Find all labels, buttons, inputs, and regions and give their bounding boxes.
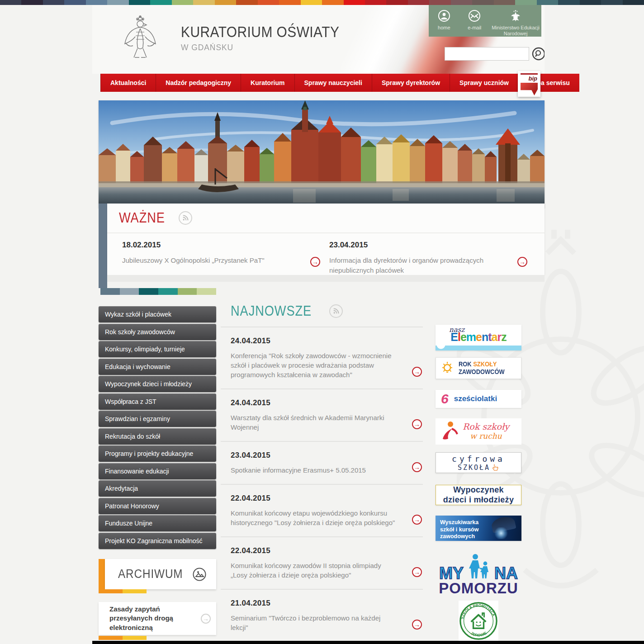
banner-wyszukiwarka-szkol[interactable]: Wyszukiwarka szkół i kursów zawodowych [436, 516, 521, 541]
search-input[interactable] [445, 47, 529, 61]
color-tile [150, 0, 171, 5]
sidebar-item[interactable]: Akredytacja [99, 480, 216, 497]
color-tile [215, 0, 236, 5]
archive-button[interactable]: ARCHIWUM [105, 559, 216, 589]
wypoczynek-line1: Wypoczynek [453, 485, 504, 495]
news-title-text: Seminarium "Twórczo i bezproblemowo na k… [231, 613, 399, 632]
banner-my-na-pomorzu[interactable]: MY NA POMORZU [436, 553, 521, 597]
sidebar-item[interactable]: Programy i projekty edukacyjne [99, 445, 216, 462]
banner-rok-szkoly-zawodowcow[interactable]: ROK SZKOŁY ZAWODOWCÓW [436, 357, 521, 379]
color-tile [236, 0, 257, 5]
color-tile [623, 0, 644, 5]
note-strip [99, 636, 147, 640]
nav-item[interactable]: Sprawy nauczycieli [294, 74, 372, 92]
szesciolatki-label: sześciolatki [454, 394, 497, 403]
pomorzu-word3: POMORZU [436, 581, 521, 597]
welding-spark [493, 527, 509, 539]
sidebar-item[interactable]: Konkursy, olimpiady, turnieje [99, 341, 216, 357]
search-area [445, 47, 545, 61]
sidebar-item[interactable]: Sprawdzian i egzaminy [99, 411, 216, 427]
nav-item[interactable]: Sprawy dyrektorów [372, 74, 450, 92]
banner-rok-szkoly-w-ruchu[interactable]: Rok szkoły w ruchu [436, 418, 521, 445]
pomorzu-word1: MY [439, 566, 464, 581]
sidebar-color-strip [100, 288, 216, 295]
nav-item[interactable]: Aktualności [100, 74, 156, 92]
open-arrow-icon[interactable]: → [412, 567, 422, 577]
ruchu-line1: Rok szkoły [463, 422, 509, 432]
wyszukiwarka-label: Wyszukiwarka szkół i kursów zawodowych [440, 519, 488, 540]
eagle-logo [121, 15, 159, 62]
open-arrow-icon[interactable]: → [412, 620, 422, 630]
news-item[interactable]: 24.04.2015 Konferencja "Rok szkoły zawod… [221, 327, 423, 388]
elementarz-word: Elementarz [436, 331, 521, 343]
partner-banners: nasz Elementarz ROK SZKOŁY ZAWODOWCÓW 6 … [436, 325, 521, 641]
color-tile [0, 0, 21, 5]
color-tile [64, 0, 85, 5]
color-tile [429, 0, 450, 5]
rss-icon[interactable] [179, 211, 192, 225]
sidebar-item[interactable]: Rok szkoły zawodowców [99, 324, 216, 340]
top-color-strip [0, 0, 644, 5]
sidebar-item[interactable]: Patronat Honorowy [99, 498, 216, 514]
important-items: 18.02.2015 Jubileuszowy X Ogólnopolski „… [107, 233, 545, 275]
important-accent-bar [99, 204, 107, 288]
important-item[interactable]: 18.02.2015 Jubileuszowy X Ogólnopolski „… [122, 241, 329, 275]
rss-icon[interactable] [329, 304, 343, 318]
open-arrow-icon[interactable]: → [517, 257, 527, 267]
news-item[interactable]: 23.04.2015 Spotkanie informacyjne Erasmu… [221, 441, 423, 484]
sidebar-item[interactable]: Rekrutacja do szkół [99, 428, 216, 445]
search-button[interactable] [531, 47, 545, 61]
open-arrow-icon[interactable]: → [412, 462, 422, 472]
bip-rule [521, 73, 538, 75]
home-link[interactable]: home [429, 9, 459, 31]
bip-logo[interactable]: bip [518, 71, 540, 97]
sidebar-item[interactable]: Współpraca z JST [99, 393, 216, 410]
six-icon: 6 [441, 392, 449, 406]
sidebar-item[interactable]: Fundusze Unijne [99, 515, 216, 531]
banner-wypoczynek[interactable]: Wypoczynek dzieci i młodzieży [436, 485, 521, 505]
cyfrowa-line2: SZKOŁA [458, 464, 490, 472]
open-arrow-icon[interactable]: → [412, 419, 422, 429]
email-label: e-mail [468, 25, 481, 31]
open-arrow-icon[interactable]: → [310, 257, 320, 267]
news-title-text: Konferencja "Rok szkoły zawodowców - wzm… [231, 351, 399, 379]
news-item[interactable]: 22.04.2015 Komunikat końcowy etapu wojew… [221, 484, 423, 536]
nav-item[interactable]: Sprawy uczniów [450, 74, 518, 92]
header: KURATORIUM OŚWIATY W GDAŃSKU home e-mail [92, 5, 545, 74]
rokzaw-line1b: SZKOŁY [473, 360, 497, 368]
news-item[interactable]: 24.04.2015 Warsztaty dla szkół średnich … [221, 388, 423, 441]
sidebar-item[interactable]: Projekt KO Zagraniczna mobilność [99, 533, 216, 549]
news-item[interactable]: 21.04.2015 Seminarium "Twórczo i bezprob… [221, 589, 423, 641]
hand-cursor-icon [491, 464, 499, 472]
color-tile [139, 288, 158, 295]
open-arrow-icon[interactable]: → [412, 367, 422, 377]
ministry-link[interactable]: Ministerstwo Edukacji Narodowej [490, 9, 541, 37]
sidebar-item[interactable]: Edukacja i wychowanie [99, 359, 216, 375]
email-link[interactable]: e-mail [459, 9, 490, 31]
sidebar-item[interactable]: Wypoczynek dzieci i młodzieży [99, 376, 216, 392]
nav-item[interactable]: Kuratorium [241, 74, 294, 92]
banner-cyfrowa-szkola[interactable]: cyfrowa SZKOŁA [436, 452, 521, 473]
color-tile [129, 0, 150, 5]
color-tile [158, 288, 178, 295]
item-date: 18.02.2015 [122, 241, 307, 250]
latest-news-section: NAJNOWSZE 24.04.2015 Konferencja "Rok sz… [221, 298, 423, 644]
color-tile [301, 0, 322, 5]
news-item[interactable]: 22.04.2015 Komunikat końcowy zawodów II … [221, 536, 423, 589]
color-tile [107, 0, 128, 5]
color-tile [86, 0, 107, 5]
color-tile [172, 0, 193, 5]
banner-szesciolatki[interactable]: 6 sześciolatki [436, 390, 521, 408]
color-tile [365, 0, 386, 5]
e-inquiries-link[interactable]: Zasady zapytań przesyłanych drogą elektr… [99, 602, 216, 635]
yellow-tile [123, 589, 147, 593]
important-item[interactable]: 23.04.2015 Informacja dla dyrektorów i o… [329, 241, 536, 275]
archive-strip [99, 589, 147, 593]
banner-szkola-promujaca-zdrowie[interactable]: SZKOŁA PROMUJĄCA ZDROWIE [459, 601, 498, 641]
nav-item[interactable]: Nadzór pedagogiczny [156, 74, 241, 92]
sidebar-item[interactable]: Finansowanie edukacji [99, 463, 216, 479]
open-arrow-icon[interactable]: → [201, 614, 211, 624]
open-arrow-icon[interactable]: → [412, 515, 422, 525]
banner-nasz-elementarz[interactable]: nasz Elementarz [436, 325, 521, 350]
sidebar-item[interactable]: Wykaz szkół i placówek [99, 306, 216, 322]
